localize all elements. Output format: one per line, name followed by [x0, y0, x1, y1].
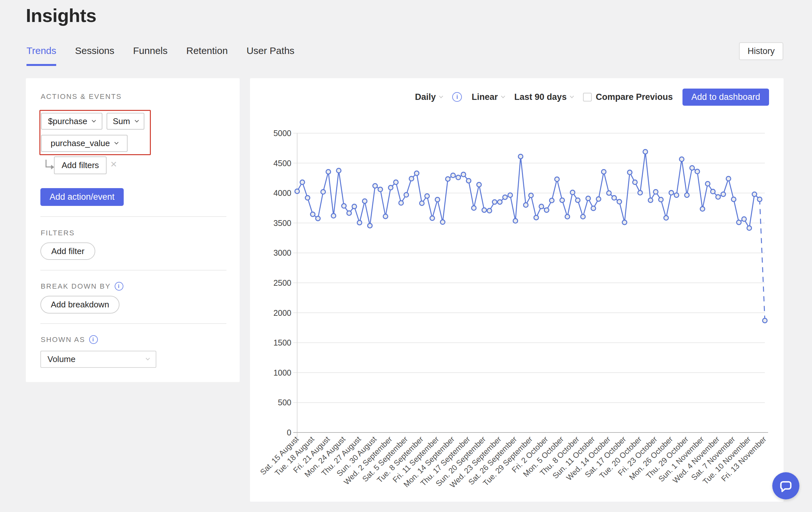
- svg-text:2500: 2500: [273, 278, 291, 287]
- add-breakdown-button[interactable]: Add breakdown: [40, 296, 119, 314]
- chevron-down-icon: [146, 356, 150, 360]
- svg-text:4000: 4000: [273, 188, 291, 197]
- aggregation-dropdown[interactable]: Sum: [107, 113, 144, 130]
- shown-as-select[interactable]: Volume: [40, 351, 156, 368]
- divider: [40, 270, 226, 271]
- event-dropdown[interactable]: $purchase: [41, 113, 103, 130]
- svg-text:3000: 3000: [273, 248, 291, 257]
- svg-text:5000: 5000: [273, 129, 291, 138]
- svg-text:1000: 1000: [273, 368, 291, 377]
- add-filters-button[interactable]: Add filters: [54, 157, 107, 174]
- actions-events-title: ACTIONS & EVENTS: [41, 92, 122, 101]
- svg-text:0: 0: [287, 428, 291, 437]
- event-dropdown-value: $purchase: [48, 116, 87, 126]
- add-action-event-button[interactable]: Add action/event: [40, 188, 124, 206]
- breakdown-title-text: BREAK DOWN BY: [41, 282, 111, 291]
- svg-text:2000: 2000: [273, 308, 291, 317]
- query-config-panel: ACTIONS & EVENTS $purchase Sum purchase_…: [26, 78, 240, 382]
- svg-text:500: 500: [278, 398, 291, 407]
- property-dropdown-value: purchase_value: [51, 138, 110, 149]
- svg-text:4500: 4500: [273, 159, 291, 168]
- svg-text:3500: 3500: [273, 218, 291, 227]
- tab-funnels[interactable]: Funnels: [133, 45, 168, 66]
- tab-sessions[interactable]: Sessions: [75, 45, 114, 66]
- property-dropdown[interactable]: purchase_value: [41, 135, 127, 152]
- shown-as-title-text: SHOWN AS: [41, 335, 85, 344]
- chat-widget-button[interactable]: [772, 472, 800, 500]
- tab-trends[interactable]: Trends: [27, 45, 56, 66]
- insights-page: Insights Trends Sessions Funnels Retenti…: [0, 0, 812, 512]
- page-title: Insights: [26, 4, 96, 26]
- trend-chart-card: Daily i Linear Last 90 days Compare Prev…: [250, 78, 784, 502]
- trend-line-chart[interactable]: 0500100015002000250030003500400045005000…: [250, 78, 784, 502]
- speech-bubble-icon: [778, 478, 793, 493]
- aggregation-dropdown-value: Sum: [113, 116, 130, 126]
- divider: [40, 216, 226, 217]
- info-icon[interactable]: i: [115, 282, 123, 291]
- history-button[interactable]: History: [739, 42, 783, 60]
- shown-as-value: Volume: [48, 354, 76, 364]
- filters-title: FILTERS: [41, 229, 75, 237]
- svg-text:1500: 1500: [273, 338, 291, 347]
- tab-bar: Trends Sessions Funnels Retention User P…: [27, 45, 295, 66]
- chevron-down-icon: [114, 140, 119, 144]
- tab-user-paths[interactable]: User Paths: [246, 45, 294, 66]
- add-filter-button[interactable]: Add filter: [40, 242, 95, 260]
- remove-event-icon[interactable]: ×: [111, 158, 117, 169]
- shown-as-title: SHOWN AS i: [41, 335, 98, 344]
- tab-retention[interactable]: Retention: [186, 45, 228, 66]
- divider: [40, 323, 226, 324]
- info-icon[interactable]: i: [89, 335, 98, 344]
- add-filters-label: Add filters: [62, 160, 99, 170]
- chevron-down-icon: [92, 118, 96, 123]
- breakdown-title: BREAK DOWN BY i: [41, 282, 123, 291]
- nested-arrow-icon: [46, 160, 53, 167]
- chevron-down-icon: [135, 118, 139, 123]
